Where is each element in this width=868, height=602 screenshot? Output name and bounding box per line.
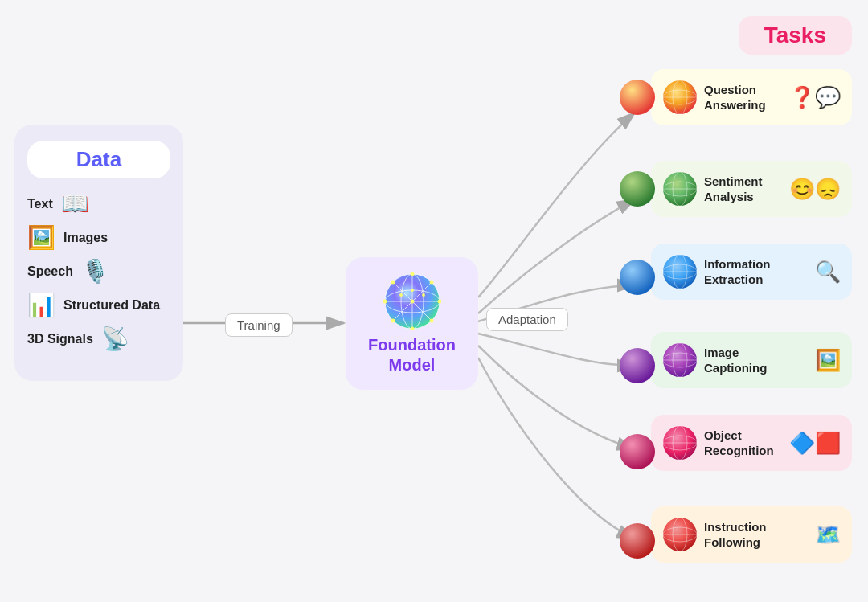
images-icon: 🖼️: [27, 227, 55, 249]
ie-task-text: InformationExtraction: [704, 256, 809, 288]
data-item-images: 🖼️ Images: [27, 227, 170, 249]
3d-icon: 📡: [101, 328, 129, 350]
svg-point-48: [620, 260, 655, 295]
ic-task-icon: 🖼️: [815, 348, 841, 373]
svg-point-20: [422, 293, 425, 297]
structured-icon: 📊: [27, 294, 55, 317]
ic-task-text: ImageCaptioning: [704, 345, 809, 376]
tasks-title: Tasks: [764, 23, 826, 47]
data-structured-label: Structured Data: [63, 298, 160, 313]
speech-icon: 🎙️: [81, 260, 109, 283]
svg-point-17: [391, 318, 395, 322]
task-card-if: InstructionFollowing 🗺️: [651, 506, 852, 563]
svg-point-49: [620, 348, 655, 383]
data-title: Data: [76, 147, 121, 171]
task-card-or: ObjectRecognition 🔷🟥: [651, 415, 852, 471]
data-text-label: Text: [27, 197, 53, 211]
data-item-structured: 📊 Structured Data: [27, 294, 170, 317]
data-label-box: Data: [27, 141, 170, 178]
or-sphere-icon: [662, 425, 698, 461]
if-task-text: InstructionFollowing: [704, 519, 809, 551]
sa-task-icon: 😊😞: [789, 177, 841, 202]
svg-point-15: [391, 280, 395, 284]
foundation-model-box: Foundation Model: [346, 257, 478, 390]
svg-point-47: [620, 171, 655, 207]
text-icon: 📖: [61, 193, 89, 215]
ie-task-icon: 🔍: [815, 260, 841, 285]
qa-task-icon: ❓💬: [789, 85, 841, 110]
tasks-header: Tasks: [739, 16, 852, 55]
task-card-ie: InformationExtraction 🔍: [651, 244, 852, 300]
svg-point-18: [429, 318, 433, 322]
data-3d-label: 3D Signals: [27, 332, 93, 346]
if-task-icon: 🗺️: [815, 522, 841, 547]
task-card-ic: ImageCaptioning 🖼️: [651, 332, 852, 388]
adaptation-label: Adaptation: [486, 308, 568, 331]
data-item-speech: Speech 🎙️: [27, 260, 170, 283]
sa-sphere-icon: [662, 171, 698, 207]
task-card-qa: QuestionAnswering ❓💬: [651, 69, 852, 125]
if-sphere-icon: [662, 517, 698, 552]
data-images-label: Images: [63, 231, 108, 245]
svg-point-19: [411, 289, 414, 292]
svg-point-46: [620, 80, 655, 115]
svg-point-21: [399, 293, 403, 297]
training-label: Training: [225, 313, 293, 337]
svg-point-50: [620, 434, 655, 469]
data-item-3dsignals: 3D Signals 📡: [27, 328, 170, 350]
svg-point-16: [429, 280, 433, 284]
task-card-sa: SentimentAnalysis 😊😞: [651, 161, 852, 217]
foundation-sphere-icon: [383, 272, 441, 330]
data-panel: Data Text 📖 🖼️ Images Speech 🎙️ 📊 Struct…: [14, 125, 183, 381]
svg-point-51: [620, 523, 655, 559]
or-task-text: ObjectRecognition: [704, 428, 783, 459]
ic-sphere-icon: [662, 342, 698, 378]
qa-sphere-icon: [662, 80, 698, 115]
foundation-model-label: Foundation Model: [346, 335, 478, 375]
svg-point-14: [410, 299, 414, 303]
ie-sphere-icon: [662, 254, 698, 289]
qa-task-text: QuestionAnswering: [704, 82, 783, 113]
data-speech-label: Speech: [27, 264, 73, 279]
data-item-text: Text 📖: [27, 193, 170, 215]
sa-task-text: SentimentAnalysis: [704, 174, 783, 205]
or-task-icon: 🔷🟥: [789, 431, 841, 456]
